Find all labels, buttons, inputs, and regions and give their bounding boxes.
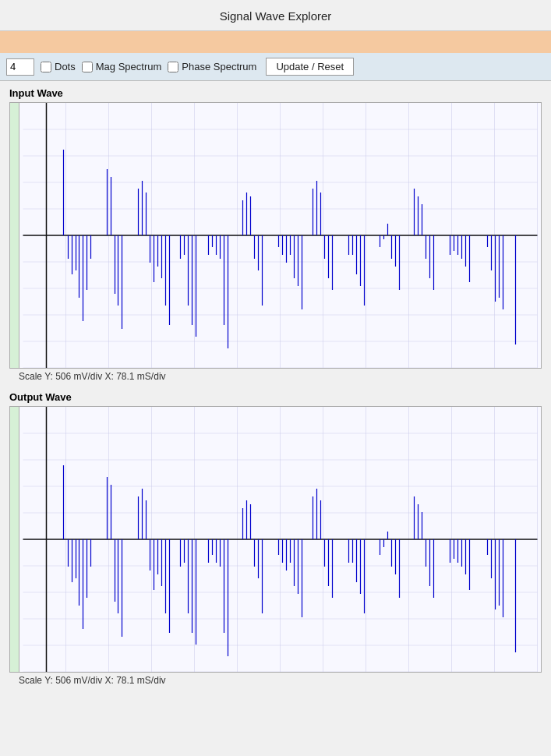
output-wave-chart-wrapper <box>9 406 542 673</box>
input-wave-svg <box>19 103 541 368</box>
title-bar: Signal Wave Explorer <box>0 0 551 31</box>
dots-label: Dots <box>55 61 76 72</box>
input-wave-scale: Scale Y: 506 mV/div X: 78.1 mS/div <box>19 371 542 382</box>
output-wave-title: Output Wave <box>9 391 542 403</box>
input-wave-title: Input Wave <box>9 87 542 99</box>
app-title: Signal Wave Explorer <box>220 9 332 23</box>
app-container: Signal Wave Explorer Dots Mag Spectrum P… <box>0 0 551 689</box>
output-wave-left-strip <box>9 406 19 673</box>
input-wave-left-strip <box>9 102 19 369</box>
output-wave-chart <box>19 406 542 673</box>
dots-checkbox-label[interactable]: Dots <box>41 61 76 72</box>
update-reset-button[interactable]: Update / Reset <box>266 58 354 76</box>
mag-spectrum-label: Mag Spectrum <box>96 61 162 72</box>
phase-spectrum-checkbox[interactable] <box>168 62 178 72</box>
mag-spectrum-checkbox-label[interactable]: Mag Spectrum <box>82 61 162 72</box>
phase-spectrum-label: Phase Spectrum <box>182 61 256 72</box>
value-input[interactable] <box>6 58 34 76</box>
input-wave-chart-wrapper <box>9 102 542 369</box>
input-wave-chart <box>19 102 542 369</box>
orange-bar <box>0 31 551 53</box>
output-wave-svg <box>19 407 541 672</box>
mag-spectrum-checkbox[interactable] <box>82 62 93 72</box>
input-wave-section: Input Wave <box>0 81 551 385</box>
dots-checkbox[interactable] <box>41 62 51 72</box>
phase-spectrum-checkbox-label[interactable]: Phase Spectrum <box>168 61 256 72</box>
output-wave-scale: Scale Y: 506 mV/div X: 78.1 mS/div <box>19 675 542 686</box>
output-wave-section: Output Wave <box>0 385 551 689</box>
toolbar: Dots Mag Spectrum Phase Spectrum Update … <box>0 53 551 81</box>
